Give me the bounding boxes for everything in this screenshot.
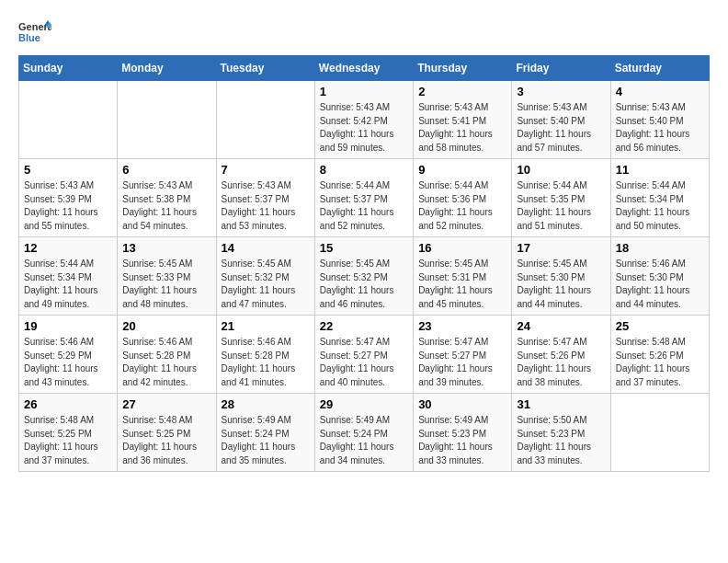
day-info: Sunrise: 5:43 AM Sunset: 5:39 PM Dayligh… [24, 179, 112, 233]
calendar-cell: 29Sunrise: 5:49 AM Sunset: 5:24 PM Dayli… [314, 394, 413, 472]
calendar-cell: 8Sunrise: 5:44 AM Sunset: 5:37 PM Daylig… [314, 159, 413, 237]
calendar-cell: 5Sunrise: 5:43 AM Sunset: 5:39 PM Daylig… [19, 159, 118, 237]
calendar-cell: 11Sunrise: 5:44 AM Sunset: 5:34 PM Dayli… [610, 159, 709, 237]
day-info: Sunrise: 5:45 AM Sunset: 5:32 PM Dayligh… [222, 258, 310, 311]
day-info: Sunrise: 5:44 AM Sunset: 5:34 PM Dayligh… [24, 258, 112, 311]
calendar-week-4: 19Sunrise: 5:46 AM Sunset: 5:29 PM Dayli… [19, 316, 710, 394]
day-number: 20 [122, 319, 210, 333]
logo: General Blue [18, 18, 57, 46]
day-info: Sunrise: 5:45 AM Sunset: 5:32 PM Dayligh… [320, 258, 408, 311]
day-info: Sunrise: 5:43 AM Sunset: 5:40 PM Dayligh… [517, 101, 605, 155]
calendar-cell: 24Sunrise: 5:47 AM Sunset: 5:26 PM Dayli… [512, 316, 610, 394]
calendar-cell: 14Sunrise: 5:45 AM Sunset: 5:32 PM Dayli… [216, 237, 314, 316]
day-number: 17 [517, 241, 605, 255]
day-number: 2 [418, 85, 506, 98]
day-number: 29 [320, 397, 408, 411]
day-number: 19 [24, 319, 112, 333]
calendar-cell [610, 394, 709, 472]
calendar-cell [19, 81, 118, 159]
day-number: 4 [616, 85, 704, 98]
day-info: Sunrise: 5:48 AM Sunset: 5:26 PM Dayligh… [616, 336, 704, 389]
calendar-cell: 6Sunrise: 5:43 AM Sunset: 5:38 PM Daylig… [118, 159, 216, 237]
header-wednesday: Wednesday [314, 56, 413, 81]
day-number: 27 [122, 397, 210, 411]
day-number: 13 [122, 241, 210, 255]
calendar-cell [216, 81, 314, 159]
calendar-cell: 23Sunrise: 5:47 AM Sunset: 5:27 PM Dayli… [414, 316, 512, 394]
day-info: Sunrise: 5:45 AM Sunset: 5:33 PM Dayligh… [122, 258, 210, 311]
day-info: Sunrise: 5:47 AM Sunset: 5:26 PM Dayligh… [517, 336, 605, 389]
calendar-cell: 28Sunrise: 5:49 AM Sunset: 5:24 PM Dayli… [216, 394, 314, 472]
day-number: 14 [222, 241, 310, 255]
day-info: Sunrise: 5:46 AM Sunset: 5:29 PM Dayligh… [24, 336, 112, 389]
day-number: 22 [320, 319, 408, 333]
calendar-week-2: 5Sunrise: 5:43 AM Sunset: 5:39 PM Daylig… [19, 159, 710, 237]
day-number: 26 [24, 397, 112, 411]
header-friday: Friday [512, 56, 610, 81]
day-info: Sunrise: 5:43 AM Sunset: 5:38 PM Dayligh… [122, 179, 210, 233]
day-info: Sunrise: 5:49 AM Sunset: 5:24 PM Dayligh… [320, 414, 408, 467]
day-number: 8 [320, 163, 408, 177]
day-number: 15 [320, 241, 408, 255]
day-number: 23 [418, 319, 506, 333]
day-number: 30 [418, 397, 506, 411]
calendar-cell: 30Sunrise: 5:49 AM Sunset: 5:23 PM Dayli… [414, 394, 512, 472]
day-number: 11 [616, 163, 704, 177]
header-thursday: Thursday [414, 56, 512, 81]
day-info: Sunrise: 5:48 AM Sunset: 5:25 PM Dayligh… [122, 414, 210, 467]
day-number: 21 [222, 319, 310, 333]
calendar-cell: 19Sunrise: 5:46 AM Sunset: 5:29 PM Dayli… [19, 316, 118, 394]
calendar-cell [118, 81, 216, 159]
day-number: 24 [517, 319, 605, 333]
header-sunday: Sunday [19, 56, 118, 81]
calendar-cell: 2Sunrise: 5:43 AM Sunset: 5:41 PM Daylig… [414, 81, 512, 159]
day-number: 12 [24, 241, 112, 255]
day-number: 3 [517, 85, 605, 98]
header-tuesday: Tuesday [216, 56, 314, 81]
logo-icon: General Blue [18, 18, 51, 46]
day-number: 25 [616, 319, 704, 333]
header-monday: Monday [118, 56, 216, 81]
day-info: Sunrise: 5:44 AM Sunset: 5:36 PM Dayligh… [418, 179, 506, 233]
calendar-cell: 20Sunrise: 5:46 AM Sunset: 5:28 PM Dayli… [118, 316, 216, 394]
day-info: Sunrise: 5:48 AM Sunset: 5:25 PM Dayligh… [24, 414, 112, 467]
calendar-table: SundayMondayTuesdayWednesdayThursdayFrid… [18, 55, 710, 472]
day-info: Sunrise: 5:45 AM Sunset: 5:30 PM Dayligh… [517, 258, 605, 311]
day-number: 9 [418, 163, 506, 177]
day-info: Sunrise: 5:47 AM Sunset: 5:27 PM Dayligh… [418, 336, 506, 389]
calendar-cell: 26Sunrise: 5:48 AM Sunset: 5:25 PM Dayli… [19, 394, 118, 472]
calendar-cell: 31Sunrise: 5:50 AM Sunset: 5:23 PM Dayli… [512, 394, 610, 472]
day-info: Sunrise: 5:44 AM Sunset: 5:34 PM Dayligh… [616, 179, 704, 233]
calendar-cell: 13Sunrise: 5:45 AM Sunset: 5:33 PM Dayli… [118, 237, 216, 316]
day-info: Sunrise: 5:44 AM Sunset: 5:35 PM Dayligh… [517, 179, 605, 233]
day-info: Sunrise: 5:43 AM Sunset: 5:41 PM Dayligh… [418, 101, 506, 155]
day-info: Sunrise: 5:43 AM Sunset: 5:42 PM Dayligh… [320, 101, 408, 155]
day-number: 10 [517, 163, 605, 177]
calendar-cell: 10Sunrise: 5:44 AM Sunset: 5:35 PM Dayli… [512, 159, 610, 237]
calendar-cell: 27Sunrise: 5:48 AM Sunset: 5:25 PM Dayli… [118, 394, 216, 472]
day-number: 31 [517, 397, 605, 411]
calendar-cell: 12Sunrise: 5:44 AM Sunset: 5:34 PM Dayli… [19, 237, 118, 316]
day-number: 1 [320, 85, 408, 98]
day-number: 6 [122, 163, 210, 177]
calendar-week-5: 26Sunrise: 5:48 AM Sunset: 5:25 PM Dayli… [19, 394, 710, 472]
calendar-cell: 25Sunrise: 5:48 AM Sunset: 5:26 PM Dayli… [610, 316, 709, 394]
day-number: 7 [222, 163, 310, 177]
day-info: Sunrise: 5:46 AM Sunset: 5:30 PM Dayligh… [616, 258, 704, 311]
day-info: Sunrise: 5:43 AM Sunset: 5:37 PM Dayligh… [222, 179, 310, 233]
calendar-cell: 17Sunrise: 5:45 AM Sunset: 5:30 PM Dayli… [512, 237, 610, 316]
calendar-cell: 4Sunrise: 5:43 AM Sunset: 5:40 PM Daylig… [610, 81, 709, 159]
svg-text:Blue: Blue [18, 32, 40, 43]
day-number: 16 [418, 241, 506, 255]
page-header: General Blue [18, 18, 710, 46]
day-info: Sunrise: 5:46 AM Sunset: 5:28 PM Dayligh… [222, 336, 310, 389]
day-number: 5 [24, 163, 112, 177]
header-saturday: Saturday [610, 56, 709, 81]
calendar-cell: 15Sunrise: 5:45 AM Sunset: 5:32 PM Dayli… [314, 237, 413, 316]
day-info: Sunrise: 5:49 AM Sunset: 5:23 PM Dayligh… [418, 414, 506, 467]
day-info: Sunrise: 5:43 AM Sunset: 5:40 PM Dayligh… [616, 101, 704, 155]
day-info: Sunrise: 5:46 AM Sunset: 5:28 PM Dayligh… [122, 336, 210, 389]
calendar-cell: 21Sunrise: 5:46 AM Sunset: 5:28 PM Dayli… [216, 316, 314, 394]
calendar-cell: 16Sunrise: 5:45 AM Sunset: 5:31 PM Dayli… [414, 237, 512, 316]
day-info: Sunrise: 5:44 AM Sunset: 5:37 PM Dayligh… [320, 179, 408, 233]
